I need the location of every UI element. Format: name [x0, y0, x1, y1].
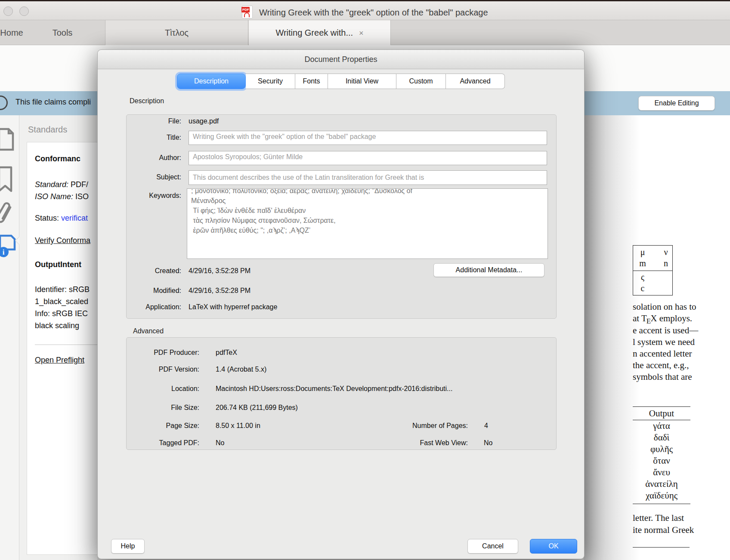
- tab-tools[interactable]: Tools: [41, 20, 84, 45]
- keywords-line: ἐρῶν ἀπῆλθες εὐθύς; "; ,αϡρζ’; ,ΑϡQZ’: [191, 225, 548, 235]
- description-section-label: Description: [130, 97, 164, 105]
- number-of-pages-value: 4: [484, 422, 488, 430]
- tagged-pdf-value: No: [216, 439, 224, 447]
- page-text-line: l system we need: [633, 336, 727, 348]
- keywords-line: Μένανδρος: [191, 196, 548, 206]
- cancel-button[interactable]: Cancel: [467, 539, 518, 554]
- created-label: Created:: [115, 267, 181, 275]
- dialog-titlebar[interactable]: Document Properties: [98, 50, 584, 69]
- outputintent-heading: OutputIntent: [35, 260, 81, 269]
- table-rule-fragment: [633, 547, 690, 548]
- acrobat-swoosh-icon: [244, 12, 250, 17]
- page-text-line: solation on has to: [633, 301, 727, 313]
- page-text-line: the accent, e.g.,: [633, 360, 727, 371]
- keywords-line: τὰς πλησίον Νύμφας στεφανοῦσαν, Σώστρατε…: [191, 215, 548, 225]
- page-text-line-tex: at TEX employs.: [633, 313, 727, 325]
- standard-line: Standard: PDF/: [35, 180, 88, 189]
- tab-home[interactable]: Home: [0, 20, 31, 45]
- identifier-line: black scaling: [35, 321, 79, 330]
- tab-description[interactable]: Description: [177, 74, 246, 89]
- application-value: LaTeX with hyperref package: [189, 303, 277, 311]
- identifier-line: Identifier: sRGB: [35, 285, 90, 294]
- table-cell: μ: [633, 247, 652, 257]
- pdf-badge: PDF: [241, 7, 250, 12]
- table-cell: m: [633, 258, 652, 268]
- output-table: Output γάτα δαδὶ φυλῆς ὅταν ἄνευ ἀνατείλ…: [633, 406, 690, 504]
- tab-fonts[interactable]: Fonts: [295, 74, 328, 89]
- enable-editing-button[interactable]: Enable Editing: [638, 96, 715, 111]
- navigation-icon-strip: i: [0, 115, 19, 560]
- fast-web-view-value: No: [484, 439, 492, 447]
- fast-web-view-label: Fast Web View:: [382, 439, 468, 447]
- keywords-input[interactable]: ; μονοτονικο; πολυτονικο; οξεια; αερας; …: [187, 188, 548, 259]
- file-label: File:: [115, 117, 181, 125]
- greek-letter-table: μ ν m n ς c: [633, 245, 673, 295]
- standards-panel-icon[interactable]: i: [0, 234, 17, 258]
- subject-line-clipped: defined by the LGR font encoding. Extens…: [193, 183, 543, 185]
- pdf-producer-label: PDF Producer:: [124, 349, 199, 357]
- verify-conformance-link[interactable]: Verify Conforma: [35, 236, 90, 245]
- help-button[interactable]: Help: [111, 539, 145, 554]
- tab-document-writing-greek[interactable]: Writing Greek with...×: [249, 20, 391, 46]
- table-cell: ν: [656, 247, 675, 257]
- page-text-block: solation on has to at TEX employs. e acc…: [633, 301, 727, 383]
- keywords-line: ; μονοτονικο; πολυτονικο; οξεια; αερας; …: [191, 188, 548, 196]
- document-page: μ ν m n ς c solation on has to at TEX em…: [584, 115, 730, 560]
- identifier-line: 1_black_scaled: [35, 297, 88, 306]
- table-cell: n: [656, 258, 675, 268]
- keywords-line: Τί φήις; Ἰδὼν ἐνθέδε παῖδ' ἐλευθέραν: [191, 206, 548, 215]
- output-row: φυλῆς: [633, 443, 690, 455]
- open-preflight-link[interactable]: Open Preflight: [35, 356, 84, 365]
- table-cell: ς: [633, 272, 652, 282]
- file-size-label: File Size:: [124, 404, 199, 412]
- author-input[interactable]: Apostolos Syropoulos; Günter Milde: [189, 151, 547, 165]
- location-label: Location:: [124, 385, 199, 393]
- panel-title: Standards: [28, 125, 67, 135]
- output-table-header: Output: [633, 407, 690, 420]
- window-title: Writing Greek with the "greek" option of…: [259, 8, 488, 18]
- tab-custom[interactable]: Custom: [396, 74, 446, 89]
- created-value: 4/29/16, 3:52:28 PM: [189, 267, 251, 275]
- pdf-file-icon: PDF: [242, 6, 253, 18]
- page-size-label: Page Size:: [124, 422, 199, 430]
- bookmarks-icon[interactable]: [0, 166, 15, 193]
- tab-document-titlos[interactable]: Τὶτλος: [105, 20, 248, 45]
- tab-initial-view[interactable]: Initial View: [328, 74, 396, 89]
- banner-message: This file claims compli: [15, 98, 91, 107]
- identifier-line: Info: sRGB IEC: [35, 309, 88, 318]
- title-input[interactable]: Writing Greek with the "greek" option of…: [189, 131, 547, 145]
- subject-line: This document describes the use of the L…: [193, 172, 543, 183]
- page-text-line: letter. The last: [633, 512, 694, 524]
- application-label: Application:: [115, 303, 181, 311]
- svg-text:i: i: [3, 248, 5, 256]
- output-row: δαδὶ: [633, 432, 690, 443]
- page-text-line: n accented letter: [633, 348, 727, 360]
- attachments-paperclip-icon[interactable]: [0, 201, 15, 227]
- app-tab-bar: Home Tools Τὶτλος Writing Greek with...×: [0, 20, 730, 45]
- output-row: ἄνευ: [633, 467, 690, 478]
- page-size-value: 8.50 x 11.00 in: [216, 422, 260, 430]
- pdf-producer-value: pdfTeX: [216, 349, 237, 357]
- modified-label: Modified:: [115, 287, 181, 295]
- file-size-value: 206.74 KB (211,699 Bytes): [216, 404, 298, 412]
- title-label: Title:: [115, 134, 181, 142]
- output-row: γάτα: [633, 420, 690, 432]
- page-text-line: symbols that are: [633, 371, 727, 383]
- tab-label: Writing Greek with...: [275, 28, 353, 37]
- standards-panel: Standards Conformanc Standard: PDF/ ISO …: [19, 115, 97, 560]
- iso-name-line: ISO Name: ISO: [35, 192, 89, 201]
- subject-label: Subject:: [115, 173, 181, 181]
- dialog-shadow-overlay: [584, 115, 640, 560]
- window-titlebar: PDF Writing Greek with the "greek" optio…: [0, 0, 730, 20]
- keywords-label: Keywords:: [115, 192, 181, 200]
- pdf-version-label: PDF Version:: [124, 366, 199, 373]
- ok-button[interactable]: OK: [530, 539, 577, 554]
- page-text-line: ite normal Greek: [633, 524, 694, 536]
- tab-advanced[interactable]: Advanced: [446, 74, 505, 89]
- subject-input[interactable]: This document describes the use of the L…: [189, 170, 547, 185]
- close-tab-icon[interactable]: ×: [359, 21, 364, 46]
- export-pdf-icon[interactable]: [0, 127, 15, 151]
- tab-security[interactable]: Security: [246, 74, 295, 89]
- additional-metadata-button[interactable]: Additional Metadata...: [433, 263, 544, 277]
- author-label: Author:: [115, 154, 181, 162]
